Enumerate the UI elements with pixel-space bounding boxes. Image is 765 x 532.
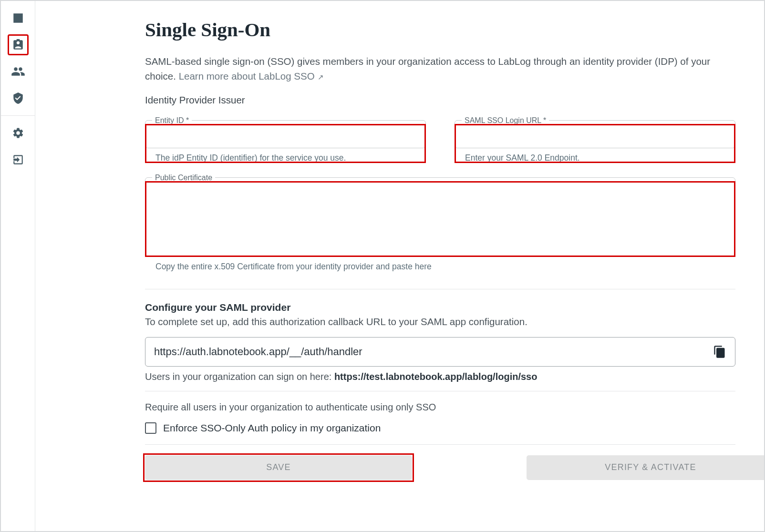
save-button[interactable]: SAVE [145, 455, 412, 480]
copy-callback-button[interactable] [713, 345, 726, 358]
learn-more-link[interactable]: Learn more about LabLog SSO ↗ [179, 71, 324, 82]
app-frame: Single Sign-On SAML-based single sign-on… [0, 0, 765, 532]
page-title: Single Sign-On [145, 18, 735, 41]
enforce-sso-checkbox[interactable] [145, 422, 156, 434]
sidebar-item-logout[interactable] [8, 149, 29, 170]
entity-id-field: Entity ID * [145, 116, 426, 148]
gear-icon [12, 127, 24, 139]
verify-button-label: VERIFY & ACTIVATE [605, 462, 696, 472]
login-url-field: SAML SSO Login URL * [455, 116, 735, 148]
enforce-sso-label: Enforce SSO-Only Auth policy in my organ… [163, 422, 381, 434]
enforce-note: Require all users in your organization t… [145, 402, 735, 413]
sidebar-item-settings[interactable] [8, 123, 29, 143]
signon-note: Users in your organization can sign on h… [145, 371, 735, 382]
people-icon [11, 64, 25, 79]
callback-url-box: https://auth.labnotebook.app/__/auth/han… [145, 337, 735, 367]
sidebar-item-identity[interactable] [8, 34, 29, 55]
callback-url-text: https://auth.labnotebook.app/__/auth/han… [154, 346, 362, 358]
learn-more-label: Learn more about LabLog SSO [179, 71, 315, 82]
login-url-input[interactable] [455, 125, 735, 148]
signon-url: https://test.labnotebook.app/lablog/logi… [334, 371, 538, 382]
verify-activate-button[interactable]: VERIFY & ACTIVATE [527, 455, 764, 480]
idp-section-label: Identity Provider Issuer [145, 94, 735, 106]
configure-subtext: To complete set up, add this authorizati… [145, 316, 735, 327]
sidebar-item-security[interactable] [8, 88, 29, 109]
divider-3 [145, 444, 735, 445]
divider-2 [145, 391, 735, 391]
login-url-label: SAML SSO Login URL * [462, 116, 549, 125]
entity-id-label: Entity ID * [152, 116, 192, 125]
sidebar [1, 1, 35, 531]
external-link-icon: ↗ [316, 73, 324, 81]
entity-id-input[interactable] [145, 125, 425, 148]
public-cert-helper: Copy the entire x.509 Certificate from y… [155, 262, 735, 272]
public-cert-field: Public Certificate [145, 174, 735, 257]
logout-icon [12, 153, 24, 166]
main-content: Single Sign-On SAML-based single sign-on… [35, 1, 764, 531]
sidebar-item-dashboard[interactable] [8, 8, 29, 29]
divider [145, 289, 735, 289]
intro-text: SAML-based single sign-on (SSO) gives me… [145, 54, 735, 84]
sidebar-item-users[interactable] [8, 61, 29, 82]
configure-heading: Configure your SAML provider [145, 302, 735, 313]
save-button-label: SAVE [266, 462, 291, 472]
entity-id-helper: The idP Entity ID (identifier) for the s… [155, 153, 426, 163]
signon-prefix: Users in your organization can sign on h… [145, 371, 334, 382]
enforce-checkbox-row: Enforce SSO-Only Auth policy in my organ… [145, 422, 735, 434]
login-url-helper: Enter your SAML 2.0 Endpoint. [465, 153, 735, 163]
chart-icon [12, 12, 24, 24]
public-cert-label: Public Certificate [152, 174, 215, 182]
id-badge-icon [12, 39, 24, 51]
public-cert-input[interactable] [145, 182, 735, 255]
sidebar-divider [1, 115, 35, 116]
shield-check-icon [12, 92, 24, 104]
copy-icon [713, 345, 726, 358]
